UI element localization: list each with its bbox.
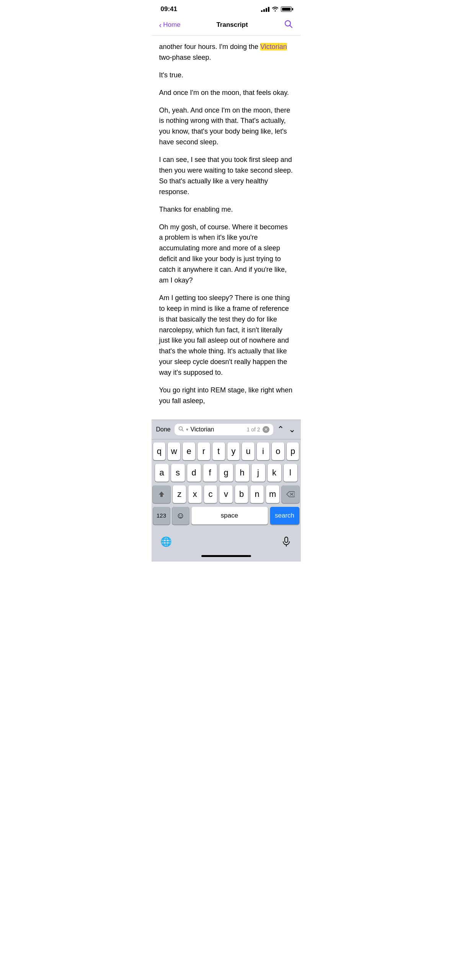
paragraph-7: Oh my gosh, of course. Where it becomes … <box>159 222 293 286</box>
back-button[interactable]: ‹ Home <box>159 21 181 29</box>
paragraph-6: Thanks for enabling me. <box>159 204 293 215</box>
paragraph-5: I can see, I see that you took first sle… <box>159 155 293 198</box>
battery-icon <box>281 7 292 12</box>
key-o[interactable]: o <box>272 443 284 460</box>
transcript-content: another four hours. I'm doing the Victor… <box>152 36 301 420</box>
keyboard-row-2: a s d f g h j k l <box>153 464 299 482</box>
emoji-key[interactable]: ☺ <box>172 507 189 524</box>
keyboard: q w e r t y u i o p a s d f g h j k l <box>152 439 301 562</box>
key-h[interactable]: h <box>235 464 249 482</box>
find-search-icon <box>178 426 184 433</box>
find-bar: Done ▾ 1 of 2 ✕ ⌃ ⌄ <box>152 420 301 439</box>
svg-line-1 <box>290 26 292 28</box>
keyboard-bottom-row: 🌐 <box>152 530 301 552</box>
key-u[interactable]: u <box>242 443 255 460</box>
paragraph-8: Am I getting too sleepy? There is one th… <box>159 293 293 378</box>
key-y[interactable]: y <box>227 443 240 460</box>
keyboard-row-4: 123 ☺ space search <box>153 507 299 524</box>
find-next-button[interactable]: ⌄ <box>288 425 296 434</box>
numeric-key[interactable]: 123 <box>153 507 170 524</box>
find-search-dropdown-icon[interactable]: ▾ <box>186 427 188 432</box>
wifi-icon <box>272 6 279 13</box>
search-button[interactable] <box>284 19 293 31</box>
paragraph-2: It's true. <box>159 70 293 81</box>
key-t[interactable]: t <box>212 443 225 460</box>
key-r[interactable]: r <box>197 443 210 460</box>
paragraph-3: And once I'm on the moon, that feels oka… <box>159 88 293 98</box>
find-input[interactable] <box>191 426 245 433</box>
keyboard-row-3: z x c v b n m <box>153 485 299 503</box>
svg-line-3 <box>182 430 183 431</box>
nav-bar: ‹ Home Transcript <box>152 16 301 36</box>
key-e[interactable]: e <box>183 443 195 460</box>
space-key[interactable]: space <box>191 507 268 524</box>
key-m[interactable]: m <box>266 485 279 503</box>
page-title: Transcript <box>216 21 248 29</box>
home-indicator-bar <box>201 555 251 557</box>
chevron-left-icon: ‹ <box>159 21 162 29</box>
key-x[interactable]: x <box>188 485 202 503</box>
status-icons <box>261 6 292 13</box>
key-b[interactable]: b <box>235 485 248 503</box>
paragraph-4: Oh, yeah. And once I'm on the moon, ther… <box>159 105 293 148</box>
keyboard-rows: q w e r t y u i o p a s d f g h j k l <box>152 439 301 530</box>
paragraph-1: another four hours. I'm doing the Victor… <box>159 42 293 63</box>
shift-key[interactable] <box>153 485 170 503</box>
key-w[interactable]: w <box>168 443 180 460</box>
key-l[interactable]: l <box>284 464 297 482</box>
mic-key[interactable] <box>278 533 295 550</box>
globe-key[interactable]: 🌐 <box>158 533 175 550</box>
key-v[interactable]: v <box>219 485 233 503</box>
status-time: 09:41 <box>161 5 177 13</box>
key-a[interactable]: a <box>155 464 169 482</box>
key-q[interactable]: q <box>153 443 166 460</box>
back-label[interactable]: Home <box>163 21 180 29</box>
find-navigation: ⌃ ⌄ <box>276 425 296 434</box>
key-i[interactable]: i <box>257 443 269 460</box>
key-f[interactable]: f <box>203 464 217 482</box>
paragraph-9: You go right into REM stage, like right … <box>159 385 293 407</box>
keyboard-row-1: q w e r t y u i o p <box>153 443 299 460</box>
signal-icon <box>261 7 269 12</box>
svg-rect-6 <box>285 537 288 542</box>
key-c[interactable]: c <box>204 485 217 503</box>
search-key[interactable]: search <box>270 507 299 524</box>
key-s[interactable]: s <box>171 464 185 482</box>
delete-key[interactable] <box>282 485 299 503</box>
find-search-container: ▾ 1 of 2 ✕ <box>175 424 273 435</box>
key-z[interactable]: z <box>173 485 186 503</box>
key-p[interactable]: p <box>287 443 299 460</box>
status-bar: 09:41 <box>152 0 301 16</box>
find-done-button[interactable]: Done <box>156 426 171 433</box>
key-d[interactable]: d <box>187 464 201 482</box>
key-g[interactable]: g <box>219 464 233 482</box>
key-n[interactable]: n <box>250 485 264 503</box>
key-j[interactable]: j <box>251 464 265 482</box>
find-count: 1 of 2 <box>246 426 260 433</box>
key-k[interactable]: k <box>268 464 281 482</box>
highlighted-word-1: Victorian <box>260 43 287 51</box>
home-indicator <box>152 552 301 562</box>
find-prev-button[interactable]: ⌃ <box>276 425 285 434</box>
find-clear-button[interactable]: ✕ <box>263 426 269 433</box>
